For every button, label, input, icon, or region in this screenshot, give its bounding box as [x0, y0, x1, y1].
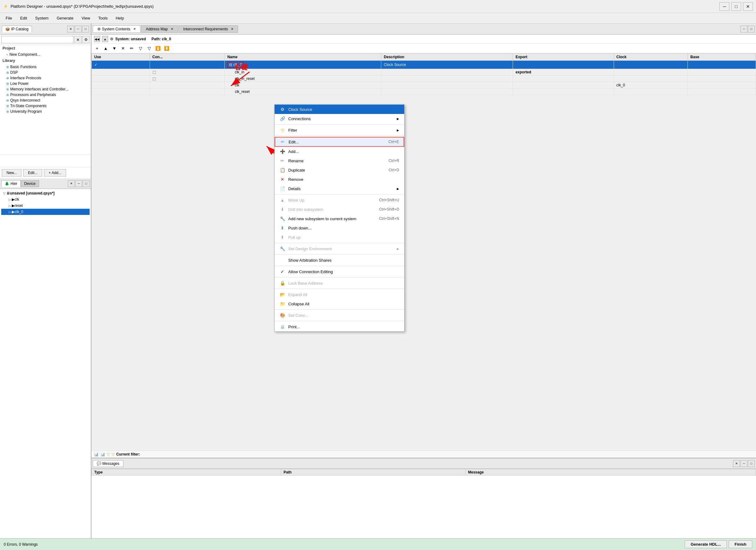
- ctx-filter[interactable]: ▽ Filter ▶: [275, 125, 404, 135]
- ctx-details[interactable]: 📄 Details ▶: [275, 184, 404, 193]
- filter-icon3: ▽: [107, 452, 110, 456]
- ctx-rename[interactable]: ✏ Rename Ctrl+R: [275, 156, 404, 165]
- ctx-allowconn[interactable]: ✓ Allow Connection Editing: [275, 267, 404, 276]
- lower-maximize-btn[interactable]: □: [83, 180, 90, 187]
- ip-catalog-minimize[interactable]: ─: [75, 26, 82, 33]
- status-bar: 0 Errors, 0 Warnings Generate HDL... Fin…: [0, 538, 756, 550]
- remove-btn[interactable]: ✕: [119, 45, 127, 52]
- ctx-connections[interactable]: 🔗 Connections ▶: [275, 114, 404, 123]
- ctx-pushdown[interactable]: ⬇ Push down...: [275, 223, 404, 233]
- ctx-filter-label: Filter: [288, 128, 297, 133]
- ctx-addsubsystem[interactable]: 🔧 Add new subsystem to current system Ct…: [275, 214, 404, 223]
- add-button[interactable]: + Add...: [44, 169, 66, 177]
- messages-minimize[interactable]: ─: [741, 460, 747, 467]
- collapse-all-btn[interactable]: ◀◀: [94, 36, 100, 42]
- tab-ip-catalog[interactable]: 📦 IP Catalog: [2, 26, 32, 33]
- new-component-item[interactable]: + New Component...: [0, 52, 91, 57]
- table-row-clk-in[interactable]: ⬚ clk_in exported: [92, 69, 756, 76]
- lower-close-btn[interactable]: ✕: [68, 180, 75, 187]
- tab-device[interactable]: Device: [21, 180, 39, 187]
- menu-generate[interactable]: Generate: [53, 15, 77, 22]
- tree-reset[interactable]: ▷ ▶ reset: [1, 203, 90, 209]
- tab-system-contents[interactable]: ⚙ System Contents ✕: [93, 25, 140, 33]
- ctx-remove[interactable]: ✕ Remove: [275, 175, 404, 184]
- new-button[interactable]: New...: [2, 169, 21, 177]
- table-row-clk0[interactable]: ✓ ⊟ clk_0 Clock Source: [92, 61, 756, 69]
- filter-btn1[interactable]: ▽: [137, 45, 144, 52]
- interconnect-close[interactable]: ✕: [231, 27, 233, 31]
- menu-file[interactable]: File: [2, 15, 16, 22]
- right-minimize[interactable]: ─: [741, 26, 747, 33]
- maximize-button[interactable]: □: [731, 2, 741, 11]
- ctx-expandall: 📂 Expand All: [275, 290, 404, 299]
- ctx-collapseall[interactable]: 📁 Collapse All: [275, 299, 404, 308]
- ctx-color-icon: 🎨: [280, 312, 285, 318]
- move-top-btn[interactable]: ⏫: [154, 45, 161, 52]
- search-input[interactable]: [1, 36, 73, 43]
- ctx-add-label: Add...: [288, 149, 299, 154]
- lib-interface-protocols[interactable]: ⊕Interface Protocols: [0, 75, 91, 81]
- tab-interconnect[interactable]: Interconnect Requirements ✕: [179, 25, 238, 33]
- title-bar: ⚡ Platform Designer - unsaved.qsys* (D:\…: [0, 0, 756, 13]
- table-row-clk-reset[interactable]: clk_reset: [92, 89, 756, 95]
- lib-tri-state[interactable]: ⊕Tri-State Components: [0, 103, 91, 109]
- tree-clk[interactable]: ▷ ▶ clk: [1, 196, 90, 203]
- ctx-showarb[interactable]: Show Arbitration Shares: [275, 256, 404, 265]
- filter-btn2[interactable]: ▽: [145, 45, 153, 52]
- sys-contents-close[interactable]: ✕: [133, 27, 136, 31]
- move-up-btn[interactable]: ▲: [102, 45, 109, 52]
- cell-conn-clkrst: [150, 89, 225, 95]
- messages-maximize[interactable]: □: [748, 460, 755, 467]
- move-bottom-btn[interactable]: ⏬: [163, 45, 170, 52]
- tab-hierarchy[interactable]: 🌲 Hier: [1, 180, 21, 187]
- lib-low-power[interactable]: ⊕Low Power: [0, 81, 91, 86]
- menu-view[interactable]: View: [78, 15, 94, 22]
- addr-map-close[interactable]: ✕: [171, 27, 173, 31]
- edit-button[interactable]: Edit...: [23, 169, 42, 177]
- messages-close[interactable]: ✕: [733, 460, 740, 467]
- add-component-btn[interactable]: +: [93, 45, 101, 52]
- nav-up-btn[interactable]: ▲: [102, 36, 108, 42]
- lib-processors[interactable]: ⊕Processors and Peripherals: [0, 92, 91, 98]
- table-row-clk-in-reset[interactable]: ⬚ clk_in_reset: [92, 76, 756, 82]
- ctx-pullup-icon: ⬆: [280, 235, 285, 240]
- tree-unsaved[interactable]: ▽ 🖥 unsaved [unsaved.qsys*]: [1, 190, 90, 196]
- tree-clk0[interactable]: ▷ ▶ clk_0: [1, 209, 90, 215]
- ctx-clock-source: ⚙ Clock Source: [275, 105, 404, 114]
- lower-minimize-btn[interactable]: ─: [75, 180, 82, 187]
- lib-dsp[interactable]: ⊕DSP: [0, 70, 91, 75]
- menu-tools[interactable]: Tools: [95, 15, 111, 22]
- right-maximize[interactable]: □: [748, 26, 755, 33]
- ip-catalog-maximize[interactable]: □: [82, 26, 89, 33]
- menu-system[interactable]: System: [31, 15, 52, 22]
- edit-btn[interactable]: ✏: [128, 45, 135, 52]
- lib-basic-functions[interactable]: ⊕Basic Functions: [0, 64, 91, 70]
- lib-qsys-interconnect[interactable]: ⊕Qsys Interconnect: [0, 98, 91, 103]
- generate-hdl-button[interactable]: Generate HDL...: [685, 540, 727, 548]
- lib-university[interactable]: ⊕University Program: [0, 109, 91, 114]
- ctx-duplicate[interactable]: 📋 Duplicate Ctrl+D: [275, 165, 404, 175]
- ctx-add[interactable]: ➕ Add...: [275, 147, 404, 156]
- lib-memory[interactable]: ⊕Memory Interfaces and Controller...: [0, 86, 91, 92]
- menu-edit[interactable]: Edit: [16, 15, 31, 22]
- cell-base-clkinreset: [688, 76, 756, 82]
- sys-contents-label: System Contents: [102, 27, 130, 31]
- finish-button[interactable]: Finish: [729, 540, 752, 548]
- messages-content: Type Path Message: [91, 469, 756, 538]
- cell-export-clk: [513, 82, 614, 89]
- title-bar-controls[interactable]: ─ □ ✕: [719, 2, 753, 11]
- tab-address-map[interactable]: Address Map ✕: [141, 25, 178, 33]
- ctx-edit[interactable]: ✏ Edit... Ctrl+E: [275, 137, 404, 147]
- ip-catalog-close[interactable]: ✕: [67, 26, 74, 33]
- table-row-clk[interactable]: clk clk_0: [92, 82, 756, 89]
- toolbar: + ▲ ▼ ✕ ✏ ▽ ▽ ⏫ ⏬: [91, 44, 756, 53]
- tab-messages[interactable]: 💬 Messages: [93, 460, 123, 467]
- search-clear-button[interactable]: ✕: [74, 36, 82, 43]
- ctx-print[interactable]: 🖨 Print...: [275, 322, 404, 331]
- search-gear-button[interactable]: ⚙: [82, 36, 90, 43]
- move-down-btn[interactable]: ▼: [111, 45, 118, 52]
- minimize-button[interactable]: ─: [719, 2, 729, 11]
- project-header: Project: [0, 45, 91, 52]
- menu-help[interactable]: Help: [112, 15, 128, 22]
- close-button[interactable]: ✕: [743, 2, 753, 11]
